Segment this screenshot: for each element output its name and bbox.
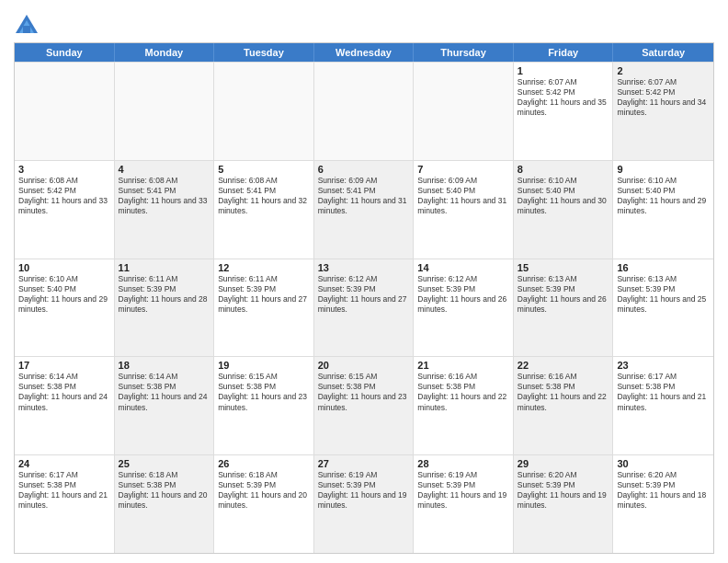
day-cell-23: 23Sunrise: 6:17 AM Sunset: 5:38 PM Dayli… <box>613 357 713 454</box>
day-number: 22 <box>518 360 609 371</box>
day-number: 11 <box>119 262 210 273</box>
day-info: Sunrise: 6:12 AM Sunset: 5:39 PM Dayligh… <box>417 274 509 315</box>
day-cell-16: 16Sunrise: 6:13 AM Sunset: 5:39 PM Dayli… <box>613 259 713 357</box>
day-number: 28 <box>417 458 509 469</box>
day-info: Sunrise: 6:10 AM Sunset: 5:40 PM Dayligh… <box>617 176 710 216</box>
day-info: Sunrise: 6:10 AM Sunset: 5:40 PM Dayligh… <box>18 274 110 315</box>
day-cell-17: 17Sunrise: 6:14 AM Sunset: 5:38 PM Dayli… <box>15 357 115 454</box>
day-cell-15: 15Sunrise: 6:13 AM Sunset: 5:39 PM Dayli… <box>514 259 614 357</box>
day-info: Sunrise: 6:18 AM Sunset: 5:38 PM Dayligh… <box>119 470 210 511</box>
day-info: Sunrise: 6:19 AM Sunset: 5:39 PM Dayligh… <box>417 470 509 511</box>
calendar-row-1: 3Sunrise: 6:08 AM Sunset: 5:42 PM Daylig… <box>15 160 713 259</box>
logo <box>14 13 43 39</box>
day-cell-19: 19Sunrise: 6:15 AM Sunset: 5:38 PM Dayli… <box>214 357 314 454</box>
day-number: 5 <box>218 164 310 175</box>
day-cell-7: 7Sunrise: 6:09 AM Sunset: 5:40 PM Daylig… <box>414 161 514 259</box>
day-number: 7 <box>417 164 509 175</box>
day-info: Sunrise: 6:17 AM Sunset: 5:38 PM Dayligh… <box>617 372 710 412</box>
day-cell-5: 5Sunrise: 6:08 AM Sunset: 5:41 PM Daylig… <box>214 161 314 259</box>
day-number: 19 <box>218 360 310 371</box>
day-info: Sunrise: 6:12 AM Sunset: 5:39 PM Dayligh… <box>318 274 410 315</box>
day-cell-10: 10Sunrise: 6:10 AM Sunset: 5:40 PM Dayli… <box>15 259 115 357</box>
day-number: 14 <box>417 262 509 273</box>
day-cell-6: 6Sunrise: 6:09 AM Sunset: 5:41 PM Daylig… <box>314 161 415 259</box>
calendar-body: 1Sunrise: 6:07 AM Sunset: 5:42 PM Daylig… <box>15 62 713 553</box>
day-number: 10 <box>18 262 110 273</box>
day-cell-20: 20Sunrise: 6:15 AM Sunset: 5:38 PM Dayli… <box>314 357 415 454</box>
header-cell-monday: Monday <box>115 43 215 62</box>
day-cell-4: 4Sunrise: 6:08 AM Sunset: 5:41 PM Daylig… <box>115 161 215 259</box>
day-number: 13 <box>318 262 410 273</box>
header-cell-wednesday: Wednesday <box>314 43 415 62</box>
day-number: 3 <box>18 164 110 175</box>
day-cell-8: 8Sunrise: 6:10 AM Sunset: 5:40 PM Daylig… <box>514 161 614 259</box>
day-cell-26: 26Sunrise: 6:18 AM Sunset: 5:39 PM Dayli… <box>214 455 314 553</box>
day-number: 27 <box>318 458 410 469</box>
day-cell-12: 12Sunrise: 6:11 AM Sunset: 5:39 PM Dayli… <box>214 259 314 357</box>
day-number: 18 <box>119 360 210 371</box>
calendar-row-4: 24Sunrise: 6:17 AM Sunset: 5:38 PM Dayli… <box>15 454 713 553</box>
day-number: 12 <box>218 262 310 273</box>
day-number: 20 <box>318 360 410 371</box>
empty-cell <box>314 63 415 160</box>
calendar-row-3: 17Sunrise: 6:14 AM Sunset: 5:38 PM Dayli… <box>15 356 713 454</box>
day-cell-3: 3Sunrise: 6:08 AM Sunset: 5:42 PM Daylig… <box>15 161 115 259</box>
day-info: Sunrise: 6:19 AM Sunset: 5:39 PM Dayligh… <box>318 470 410 511</box>
day-number: 6 <box>318 164 410 175</box>
empty-cell <box>214 63 314 160</box>
day-cell-25: 25Sunrise: 6:18 AM Sunset: 5:38 PM Dayli… <box>115 455 215 553</box>
day-info: Sunrise: 6:13 AM Sunset: 5:39 PM Dayligh… <box>518 274 609 315</box>
day-cell-29: 29Sunrise: 6:20 AM Sunset: 5:39 PM Dayli… <box>514 455 614 553</box>
day-info: Sunrise: 6:09 AM Sunset: 5:41 PM Dayligh… <box>318 176 410 216</box>
calendar-row-2: 10Sunrise: 6:10 AM Sunset: 5:40 PM Dayli… <box>15 259 713 357</box>
day-info: Sunrise: 6:14 AM Sunset: 5:38 PM Dayligh… <box>119 372 210 412</box>
empty-cell <box>15 63 115 160</box>
day-info: Sunrise: 6:07 AM Sunset: 5:42 PM Dayligh… <box>617 77 710 118</box>
header-cell-thursday: Thursday <box>414 43 514 62</box>
header-cell-saturday: Saturday <box>613 43 713 62</box>
header-row <box>14 9 714 39</box>
day-info: Sunrise: 6:07 AM Sunset: 5:42 PM Dayligh… <box>518 77 609 118</box>
day-number: 15 <box>518 262 609 273</box>
calendar-header: SundayMondayTuesdayWednesdayThursdayFrid… <box>15 43 713 62</box>
day-cell-9: 9Sunrise: 6:10 AM Sunset: 5:40 PM Daylig… <box>613 161 713 259</box>
day-info: Sunrise: 6:10 AM Sunset: 5:40 PM Dayligh… <box>518 176 609 216</box>
header-cell-sunday: Sunday <box>15 43 115 62</box>
day-cell-13: 13Sunrise: 6:12 AM Sunset: 5:39 PM Dayli… <box>314 259 415 357</box>
day-number: 23 <box>617 360 710 371</box>
day-info: Sunrise: 6:16 AM Sunset: 5:38 PM Dayligh… <box>417 372 509 412</box>
page: SundayMondayTuesdayWednesdayThursdayFrid… <box>0 0 728 563</box>
day-number: 29 <box>518 458 609 469</box>
day-info: Sunrise: 6:15 AM Sunset: 5:38 PM Dayligh… <box>318 372 410 412</box>
day-info: Sunrise: 6:14 AM Sunset: 5:38 PM Dayligh… <box>18 372 110 412</box>
day-info: Sunrise: 6:08 AM Sunset: 5:41 PM Dayligh… <box>218 176 310 216</box>
day-number: 24 <box>18 458 110 469</box>
day-number: 26 <box>218 458 310 469</box>
day-number: 16 <box>617 262 710 273</box>
day-info: Sunrise: 6:08 AM Sunset: 5:42 PM Dayligh… <box>18 176 110 216</box>
day-info: Sunrise: 6:09 AM Sunset: 5:40 PM Dayligh… <box>417 176 509 216</box>
day-info: Sunrise: 6:17 AM Sunset: 5:38 PM Dayligh… <box>18 470 110 511</box>
day-info: Sunrise: 6:20 AM Sunset: 5:39 PM Dayligh… <box>518 470 609 511</box>
day-cell-28: 28Sunrise: 6:19 AM Sunset: 5:39 PM Dayli… <box>414 455 514 553</box>
day-cell-14: 14Sunrise: 6:12 AM Sunset: 5:39 PM Dayli… <box>414 259 514 357</box>
day-number: 8 <box>518 164 609 175</box>
svg-rect-2 <box>23 26 30 33</box>
day-cell-21: 21Sunrise: 6:16 AM Sunset: 5:38 PM Dayli… <box>414 357 514 454</box>
day-info: Sunrise: 6:20 AM Sunset: 5:39 PM Dayligh… <box>617 470 710 511</box>
day-cell-18: 18Sunrise: 6:14 AM Sunset: 5:38 PM Dayli… <box>115 357 215 454</box>
day-number: 1 <box>518 65 609 76</box>
day-info: Sunrise: 6:16 AM Sunset: 5:38 PM Dayligh… <box>518 372 609 412</box>
calendar: SundayMondayTuesdayWednesdayThursdayFrid… <box>14 42 714 554</box>
day-info: Sunrise: 6:11 AM Sunset: 5:39 PM Dayligh… <box>119 274 210 315</box>
day-cell-22: 22Sunrise: 6:16 AM Sunset: 5:38 PM Dayli… <box>514 357 614 454</box>
day-number: 30 <box>617 458 710 469</box>
day-cell-1: 1Sunrise: 6:07 AM Sunset: 5:42 PM Daylig… <box>514 63 614 160</box>
day-cell-27: 27Sunrise: 6:19 AM Sunset: 5:39 PM Dayli… <box>314 455 415 553</box>
day-cell-2: 2Sunrise: 6:07 AM Sunset: 5:42 PM Daylig… <box>613 63 713 160</box>
day-number: 4 <box>119 164 210 175</box>
logo-icon <box>14 13 40 39</box>
day-info: Sunrise: 6:11 AM Sunset: 5:39 PM Dayligh… <box>218 274 310 315</box>
day-cell-11: 11Sunrise: 6:11 AM Sunset: 5:39 PM Dayli… <box>115 259 215 357</box>
day-number: 2 <box>617 65 710 76</box>
